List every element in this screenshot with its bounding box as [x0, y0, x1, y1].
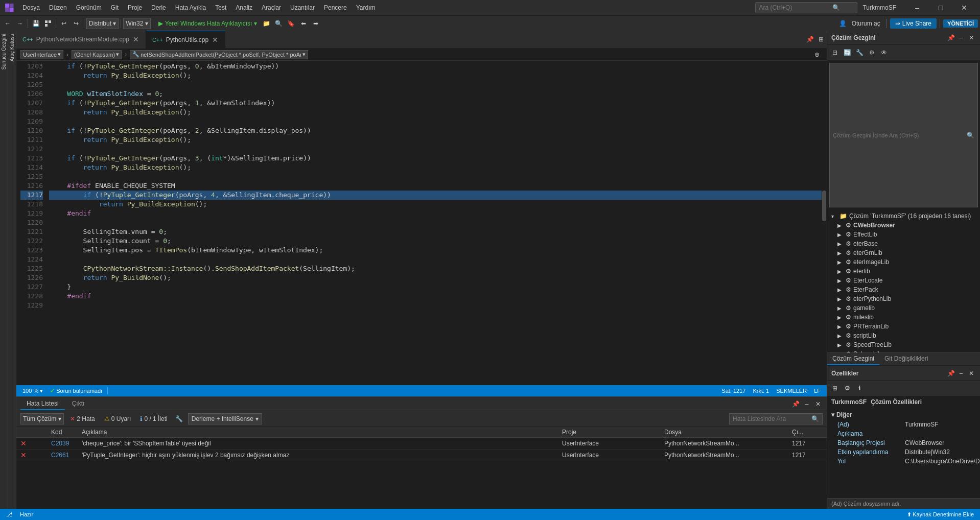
- zoom-status[interactable]: 100 % ▾: [20, 388, 45, 394]
- tab-close-1[interactable]: ✕: [212, 36, 219, 43]
- restore-button[interactable]: □: [929, 0, 952, 15]
- info-count-badge[interactable]: ℹ 0 / 1 İleti: [137, 414, 170, 423]
- col-status[interactable]: Krkt: 1: [751, 388, 771, 394]
- arac-kutusu-label[interactable]: Araç Kutusu: [8, 31, 16, 64]
- tree-item-eterlib[interactable]: ▶ ⚙ eterlib: [827, 267, 980, 276]
- source-control-btn[interactable]: ⬆ Kaynak Denetimine Ekle: [905, 511, 976, 518]
- menu-duzen[interactable]: Düzen: [45, 2, 71, 13]
- col-header-dosya[interactable]: Dosya: [664, 429, 792, 436]
- run-button[interactable]: ▶ Yerel Windows Hata Ayıklayıcısı ▾: [155, 19, 260, 28]
- tree-item-eterbase[interactable]: ▶ ⚙ eterBase: [827, 239, 980, 248]
- prop-sort-btn[interactable]: ⚙: [842, 383, 853, 394]
- solution-search-input[interactable]: [833, 132, 965, 138]
- tree-item-mileslib[interactable]: ▶ ⚙ mileslib: [827, 313, 980, 322]
- menu-uzantilar[interactable]: Uzantılar: [286, 2, 319, 13]
- config-dropdown[interactable]: Distribut ▾: [86, 18, 119, 29]
- tree-item-scriptlib[interactable]: ▶ ⚙ scriptLib: [827, 331, 980, 340]
- error-filter-btn[interactable]: 🔧: [174, 413, 185, 424]
- toolbar-forward[interactable]: →: [14, 18, 26, 29]
- tab-hata-listesi[interactable]: Hata Listesi: [20, 398, 65, 410]
- sol-refresh-btn[interactable]: 🔄: [842, 47, 853, 58]
- solution-close-btn[interactable]: ✕: [967, 33, 976, 42]
- solution-pin-btn[interactable]: 📌: [946, 33, 955, 42]
- sol-filter-btn[interactable]: 🔧: [854, 47, 865, 58]
- search-input[interactable]: [759, 4, 830, 11]
- panel-close[interactable]: ✕: [813, 399, 823, 409]
- build-dropdown[interactable]: Derleme + IntelliSense ▾: [188, 413, 262, 424]
- git-icon-status[interactable]: ⎇: [4, 511, 15, 518]
- editor-pin-btn[interactable]: 📌: [804, 34, 815, 45]
- breadcrumb-scope-dropdown[interactable]: UserInterface ▾: [20, 50, 63, 59]
- tree-item-eterimagelib[interactable]: ▶ ⚙ eterImageLib: [827, 257, 980, 267]
- tabs-status[interactable]: SEKMELER: [774, 388, 809, 394]
- menu-derle[interactable]: Derle: [147, 2, 170, 13]
- menu-analiz[interactable]: Analiz: [231, 2, 256, 13]
- tree-item-gamelib[interactable]: ▶ ⚙ gamelib: [827, 303, 980, 313]
- properties-close-btn[interactable]: ✕: [967, 369, 976, 378]
- menu-yardim[interactable]: Yardım: [352, 2, 380, 13]
- line-status[interactable]: Sat: 1217: [719, 388, 748, 394]
- panel-pin[interactable]: 📌: [791, 399, 800, 409]
- sol-collapse-btn[interactable]: ⊟: [829, 47, 841, 58]
- tree-item-eterpythonlib[interactable]: ▶ ⚙ eterPythonLib: [827, 294, 980, 303]
- error-search-input[interactable]: [733, 415, 809, 422]
- col-header-proje[interactable]: Proje: [562, 429, 664, 436]
- sunucu-gezgini-label[interactable]: Sunucu Gezgini: [0, 31, 8, 73]
- login-button[interactable]: Oturum aç: [849, 19, 883, 28]
- breadcrumb-function-dropdown[interactable]: 🔧 netSendShopAddItemPacket(PyObject * po…: [130, 50, 308, 59]
- menu-proje[interactable]: Proje: [124, 2, 146, 13]
- menu-pencere[interactable]: Pencere: [320, 2, 351, 13]
- sol-settings-btn[interactable]: ⚙: [866, 47, 877, 58]
- toolbar-search2[interactable]: 🔍: [273, 18, 285, 29]
- sol-preview-btn[interactable]: 👁: [878, 47, 890, 58]
- tree-item-speedtreelib[interactable]: ▶ ⚙ SpeedTreeLib: [827, 340, 980, 349]
- prop-grid-btn[interactable]: ⊞: [829, 383, 841, 394]
- menu-hata-ayikla[interactable]: Hata Ayıkla: [171, 2, 210, 13]
- encoding-status[interactable]: LF: [812, 388, 823, 394]
- error-row-code-0[interactable]: C2039: [51, 440, 82, 447]
- error-count-badge[interactable]: ✕ 2 Hata: [67, 414, 98, 423]
- error-row-1[interactable]: ✕ C2661 'PyTuple_GetInteger': hiçbir aşı…: [16, 450, 827, 461]
- tree-item-effectlib[interactable]: ▶ ⚙ EffectLib: [827, 230, 980, 239]
- solution-search-box[interactable]: 🔍: [829, 63, 978, 207]
- toolbar-folder[interactable]: 📁: [261, 18, 272, 29]
- menu-dosya[interactable]: Dosya: [18, 2, 44, 13]
- col-header-cikti[interactable]: Çı...: [792, 429, 823, 436]
- tab-close-0[interactable]: ✕: [132, 36, 139, 43]
- toolbar-save-all[interactable]: [42, 18, 54, 29]
- toolbar-undo[interactable]: ↩: [58, 18, 69, 29]
- solution-minimize-btn[interactable]: –: [956, 33, 966, 42]
- tab-python-network[interactable]: C++ PythonNetworkStreamModule.cpp ✕: [16, 31, 146, 49]
- solution-tab-gezgini[interactable]: Çözüm Gezgini: [827, 353, 879, 365]
- scrollbar-thumb[interactable]: [822, 191, 826, 221]
- solution-tab-git[interactable]: Git Değişiklikleri: [879, 353, 933, 365]
- global-search-box[interactable]: 🔍: [755, 2, 857, 13]
- code-editor[interactable]: 1203 1204 1205 1206 1207 1208 1209 1210 …: [16, 61, 827, 385]
- tree-item-prterrainlib[interactable]: ▶ ⚙ PRTerrainLib: [827, 322, 980, 331]
- toolbar-arrow2[interactable]: ➡: [310, 18, 321, 29]
- prop-info-btn[interactable]: ℹ: [854, 383, 865, 394]
- toolbar-redo[interactable]: ↪: [71, 18, 82, 29]
- menu-git[interactable]: Git: [107, 2, 123, 13]
- menu-araclar[interactable]: Araçlar: [258, 2, 285, 13]
- menu-test[interactable]: Test: [211, 2, 230, 13]
- platform-dropdown[interactable]: Win32 ▾: [123, 18, 150, 29]
- live-share-button[interactable]: ⇒ Live Share: [890, 18, 937, 29]
- no-problem-status[interactable]: ✔ Sorun bulunamadı: [48, 388, 104, 394]
- close-button[interactable]: ✕: [952, 0, 976, 15]
- panel-minimize[interactable]: –: [802, 399, 811, 409]
- error-row-code-1[interactable]: C2661: [51, 452, 82, 459]
- breadcrumb-context-dropdown[interactable]: (Genel Kapsam) ▾: [72, 50, 122, 59]
- toolbar-bookmark[interactable]: 🔖: [286, 18, 297, 29]
- error-search-box[interactable]: 🔍: [729, 413, 823, 424]
- tab-python-utils[interactable]: C++ PythonUtils.cpp ✕: [146, 31, 225, 49]
- menu-gorunum[interactable]: Görünüm: [72, 2, 106, 13]
- tree-item-eterpack[interactable]: ▶ ⚙ EterPack: [827, 285, 980, 294]
- code-content[interactable]: if (!PyTuple_GetInteger(poArgs, 0, &bIte…: [47, 61, 822, 385]
- breadcrumb-split[interactable]: ⊕: [811, 49, 823, 60]
- editor-split-btn[interactable]: ⊞: [815, 34, 827, 45]
- error-row-0[interactable]: ✕ C2039 'cheque_price': bir 'SShopItemTa…: [16, 438, 827, 450]
- solution-root[interactable]: ▾ 📁 Çözüm 'TurkmmoSF' (16 projeden 16 ta…: [827, 211, 980, 221]
- properties-pin-btn[interactable]: 📌: [946, 369, 955, 378]
- toolbar-arrow1[interactable]: ⬅: [298, 18, 309, 29]
